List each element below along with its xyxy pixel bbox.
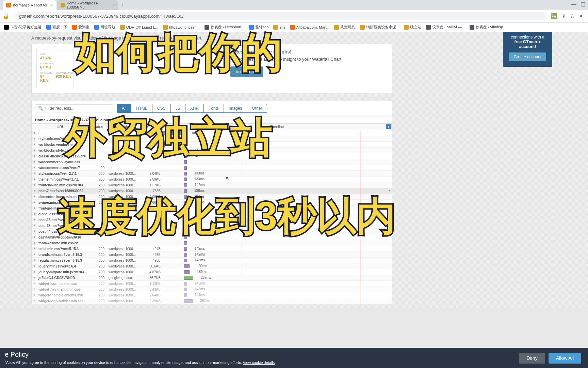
- col-domain[interactable]: Domain: [107, 124, 139, 130]
- expand-icon[interactable]: +: [32, 288, 36, 291]
- waterfall-row[interactable]: +widget-nav-menu.min.css200wordpress-100…: [32, 287, 392, 292]
- col-size[interactable]: Size: [139, 124, 163, 130]
- minimize-icon[interactable]: —: [571, 1, 576, 8]
- expand-icon[interactable]: +: [32, 282, 36, 285]
- filter-tab-xhr[interactable]: XHR: [185, 104, 204, 113]
- waterfall-row[interactable]: +post-44.css?ver=16901910: [32, 229, 392, 234]
- bookmark-icon[interactable]: ☆: [570, 13, 575, 19]
- expand-icon[interactable]: +: [32, 206, 36, 210]
- expand-icon[interactable]: +: [32, 183, 36, 187]
- waterfall-row[interactable]: +global.css?ver=168993905: [32, 211, 392, 217]
- browser-tab-1[interactable]: rformance Report for ×: [3, 0, 56, 10]
- extensions-icon[interactable]: ✦: [579, 13, 583, 19]
- waterfall-row[interactable]: +brands.min.css?ver=5.15.3200wordpress-1…: [32, 252, 392, 258]
- waterfall-row[interactable]: +css?family=Roboto%3A10: [32, 234, 392, 240]
- waterfall-row[interactable]: +fontawesome.min.css?v: [32, 240, 392, 246]
- filter-tab-js[interactable]: JS: [171, 104, 185, 113]
- expand-icon[interactable]: +: [32, 218, 36, 221]
- waterfall-row[interactable]: +theme.min.css?ver=2.7.1200wordpress-100…: [32, 177, 392, 182]
- waterfall-row[interactable]: +elementor-icons.min.css?ver...200wordpr…: [32, 194, 392, 200]
- filter-tab-other[interactable]: Other: [247, 104, 267, 113]
- bookmark-item[interactable]: 网址导航: [93, 24, 117, 30]
- create-account-button[interactable]: an Account: [230, 66, 263, 77]
- expand-icon[interactable]: +: [32, 270, 36, 274]
- bookmark-item[interactable]: 独立站: [403, 24, 423, 30]
- expand-icon[interactable]: +: [32, 276, 36, 279]
- filter-requests-input[interactable]: [45, 106, 110, 111]
- waterfall-row[interactable]: +jquery-migrate.min.js?ver=3.4.0200wordp…: [32, 269, 392, 275]
- waterfall-row[interactable]: +woocommerce-layout.css: [32, 159, 392, 165]
- waterfall-row[interactable]: +frontend-lite.min.css?ver=3.14.1200word…: [32, 182, 392, 188]
- create-account-side-button[interactable]: Create account: [509, 52, 546, 61]
- waterfall-row[interactable]: +/rdprms: [32, 130, 392, 136]
- expand-icon[interactable]: +: [32, 253, 36, 256]
- expand-icon[interactable]: +: [32, 143, 36, 146]
- expand-icon[interactable]: +: [32, 166, 36, 169]
- waterfall-row[interactable]: +jquery.min.js?ver=3.6.4200wordpress-100…: [32, 263, 392, 269]
- expand-icon[interactable]: +: [32, 299, 36, 303]
- expand-icon[interactable]: +: [32, 189, 36, 193]
- bookmark-item[interactable]: 仪表盘 ‹ ytindisp: [468, 24, 504, 30]
- share-icon[interactable]: ⇪: [561, 13, 566, 19]
- bookmark-item[interactable]: 仪表盘 ‹ Ultrasoun...: [203, 24, 246, 30]
- expand-icon[interactable]: +: [32, 241, 36, 245]
- col-timeline[interactable]: Timeline ▾: [163, 124, 392, 130]
- waterfall-row[interactable]: +swiper.min.css?ver=8.4.5200wordpress-10…: [32, 200, 392, 205]
- filter-tab-all[interactable]: All: [117, 104, 131, 113]
- close-icon[interactable]: ×: [112, 2, 115, 8]
- waterfall-row[interactable]: +post-38.css?ver=169019: [32, 223, 392, 229]
- waterfall-row[interactable]: +post-15.css?ver=168993: [32, 217, 392, 223]
- waterfall-row[interactable]: +regular.min.css?ver=5.15.3200wordpress-…: [32, 258, 392, 263]
- waterfall-row[interactable]: +classic-themes.min.css?ver=131: [32, 153, 392, 159]
- cookie-allow-button[interactable]: Allow All: [549, 353, 581, 364]
- expand-icon[interactable]: +: [32, 201, 36, 204]
- bookmark-item[interactable]: 儿童玩具: [333, 24, 357, 30]
- waterfall-row[interactable]: +widget-icon-list.min.css200wordpress-10…: [32, 281, 392, 287]
- waterfall-row[interactable]: +frontend-lite.min.css?ve10070KB13: [32, 205, 392, 211]
- lock-icon[interactable]: 🔒: [3, 13, 10, 19]
- expand-icon[interactable]: +: [32, 224, 36, 227]
- waterfall-row[interactable]: +js?id=G-LGD9SVNNJD200googletagmanager..…: [32, 275, 392, 281]
- col-url[interactable]: URL: [32, 124, 89, 130]
- waterfall-row[interactable]: +wc-blocks-style.css?ver13: [32, 148, 392, 153]
- new-tab-button[interactable]: +: [121, 2, 125, 9]
- expand-icon[interactable]: +: [32, 230, 36, 233]
- bookmark-item[interactable]: 爱淘宝: [71, 24, 91, 30]
- chevron-down-icon[interactable]: ▾: [386, 124, 391, 129]
- expand-icon[interactable]: +: [32, 137, 36, 140]
- chevron-down-icon[interactable]: ▾: [389, 189, 390, 192]
- bookmark-item[interactable]: Alibaba.com: Man...: [289, 24, 331, 30]
- waterfall-row[interactable]: +widget-loop-builder.min.css200wordpress…: [32, 298, 392, 304]
- expand-icon[interactable]: +: [32, 195, 36, 198]
- waterfall-row[interactable]: +wc-blocks-vendors-style.: [32, 142, 392, 148]
- waterfall-row[interactable]: +style.min.css?ver=6.2.2: [32, 136, 392, 142]
- expand-icon[interactable]: +: [32, 160, 36, 164]
- bookmark-item[interactable]: 抖音-记录美好生活: [3, 24, 43, 30]
- waterfall-row[interactable]: +style.min.css?ver=2.7.1200wordpress-100…: [32, 171, 392, 177]
- filter-tab-fonts[interactable]: Fonts: [204, 104, 224, 113]
- expand-icon[interactable]: +: [32, 293, 36, 297]
- expand-icon[interactable]: +: [32, 149, 36, 152]
- expand-icon[interactable]: +: [32, 247, 36, 250]
- bookmark-item[interactable]: 雅轩seo: [248, 24, 270, 30]
- waterfall-row[interactable]: +widget-theme-elements.min.css200wordpre…: [32, 292, 392, 298]
- translate-icon[interactable]: 🈯: [551, 13, 557, 19]
- cookie-deny-button[interactable]: Deny: [519, 353, 545, 364]
- maximize-icon[interactable]: ☐: [581, 1, 585, 8]
- expand-icon[interactable]: +: [32, 172, 36, 175]
- cookie-details-link[interactable]: View cookie details: [243, 361, 275, 365]
- expand-icon[interactable]: +: [32, 178, 36, 181]
- waterfall-row[interactable]: +woocommerce.css?ver=720rdpr: [32, 165, 392, 171]
- bookmark-item[interactable]: 仪表盘 ‹ anliliyi —...: [425, 24, 466, 30]
- close-icon[interactable]: ×: [50, 2, 53, 8]
- bookmark-item[interactable]: ODRIC® Liquid L...: [119, 24, 160, 30]
- waterfall-row[interactable]: +post-7.css?ver=1689939052200wordpress-1…: [32, 188, 392, 194]
- expand-icon[interactable]: +: [32, 212, 36, 216]
- filter-input-wrap[interactable]: 🔍: [35, 104, 113, 112]
- expand-icon[interactable]: +: [32, 131, 36, 135]
- expand-icon[interactable]: +: [32, 259, 36, 262]
- expand-icon[interactable]: +: [32, 154, 36, 158]
- bookmark-item[interactable]: https://offpricesh...: [162, 24, 201, 30]
- expand-icon[interactable]: +: [32, 235, 36, 239]
- url-field[interactable]: gtmetrix.com/reports/wordpress-1000567-3…: [15, 12, 546, 20]
